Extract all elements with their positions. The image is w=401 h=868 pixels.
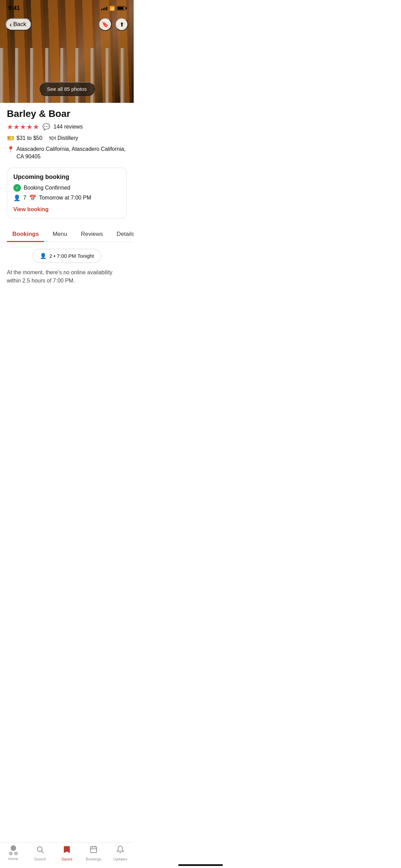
price-range: 🎫 $31 to $50 <box>7 134 42 142</box>
booking-status-text: Booking Confirmed <box>24 185 70 191</box>
category-text: Distillery <box>58 135 78 141</box>
guest-count: 7 <box>23 195 26 201</box>
back-label: Back <box>13 21 26 28</box>
tab-reviews[interactable]: Reviews <box>75 227 108 242</box>
upcoming-booking-card: Upcoming booking ✓ Booking Confirmed 👤 7… <box>7 168 127 218</box>
star-3: ★ <box>20 123 26 131</box>
price-icon: 🎫 <box>7 134 14 142</box>
status-icons: 📶 <box>101 6 125 11</box>
tab-bookings[interactable]: Bookings <box>7 227 44 242</box>
tab-menu-label: Menu <box>52 231 67 237</box>
review-chat-icon: 💬 <box>42 123 50 131</box>
back-button[interactable]: ‹ Back <box>5 18 32 31</box>
share-icon: ⬆ <box>120 21 124 28</box>
hero-image: ‹ Back 🔖 ⬆ See all 85 photos <box>0 0 134 103</box>
star-5: ★ <box>33 123 39 131</box>
bookmark-button[interactable]: 🔖 <box>99 18 112 31</box>
see-photos-label: See all 85 photos <box>47 86 87 92</box>
battery-icon <box>117 6 125 10</box>
hero-actions: 🔖 ⬆ <box>99 18 128 31</box>
guest-icon: 👤 <box>13 194 21 202</box>
rating-row: ★ ★ ★ ★ ★ 💬 144 reviews <box>7 123 127 131</box>
star-2: ★ <box>13 123 20 131</box>
tab-bookings-label: Bookings <box>12 231 39 237</box>
star-4: ★ <box>26 123 33 131</box>
category: 🍽 Distillery <box>49 135 78 142</box>
time-selector[interactable]: 👤 2 • 7:00 PM Tonight <box>33 249 101 263</box>
main-content: Barley & Boar ★ ★ ★ ★ ★ 💬 144 reviews 🎫 … <box>0 103 134 292</box>
view-booking-link[interactable]: View booking <box>13 206 49 212</box>
tab-details-label: Details <box>117 231 134 237</box>
star-rating: ★ ★ ★ ★ ★ <box>7 123 39 131</box>
tab-menu[interactable]: Menu <box>47 227 73 242</box>
hero-nav: ‹ Back 🔖 ⬆ <box>0 18 134 31</box>
price-range-text: $31 to $50 <box>16 135 42 141</box>
confirmed-check-icon: ✓ <box>13 184 21 192</box>
no-availability-text: At the moment, there's no online availab… <box>7 268 127 292</box>
chevron-left-icon: ‹ <box>10 21 12 28</box>
tab-reviews-label: Reviews <box>81 231 103 237</box>
booking-card-title: Upcoming booking <box>13 173 120 181</box>
meta-row: 🎫 $31 to $50 🍽 Distillery <box>7 134 127 142</box>
wifi-icon: 📶 <box>109 6 115 11</box>
status-bar: 9:41 📶 <box>0 0 134 14</box>
category-icon: 🍽 <box>49 135 56 142</box>
address-row: 📍 Atascadero California, Atascadero Cali… <box>7 145 127 161</box>
address-text: Atascadero California, Atascadero Califo… <box>16 145 127 161</box>
status-time: 9:41 <box>8 5 20 12</box>
time-selector-text: 2 • 7:00 PM Tonight <box>49 253 94 259</box>
calendar-icon: 📅 <box>29 194 36 202</box>
booking-datetime: Tomorrow at 7:00 PM <box>39 195 91 201</box>
review-count: 144 reviews <box>53 124 83 130</box>
bookmark-icon: 🔖 <box>102 21 109 28</box>
tab-details[interactable]: Details <box>111 227 134 242</box>
star-1: ★ <box>7 123 13 131</box>
share-button[interactable]: ⬆ <box>115 18 128 31</box>
location-icon: 📍 <box>7 146 14 153</box>
tabs: Bookings Menu Reviews Details <box>0 227 134 242</box>
booking-section: 👤 2 • 7:00 PM Tonight At the moment, the… <box>7 242 127 292</box>
venue-name: Barley & Boar <box>7 108 127 119</box>
booking-details-row: 👤 7 📅 Tomorrow at 7:00 PM <box>13 194 120 202</box>
booking-status-row: ✓ Booking Confirmed <box>13 184 120 192</box>
signal-icon <box>101 6 107 10</box>
see-photos-button[interactable]: See all 85 photos <box>39 82 95 96</box>
person-icon: 👤 <box>40 253 47 259</box>
